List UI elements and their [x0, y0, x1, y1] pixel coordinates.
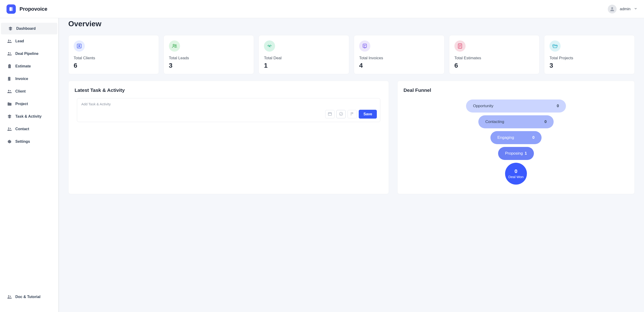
sidebar-item-label: Lead	[15, 39, 24, 43]
svg-point-4	[78, 45, 80, 46]
team-icon	[169, 41, 180, 52]
kpi-card-total-estimates[interactable]: Total Estimates6	[449, 35, 540, 74]
funnel-stage-label: Deal Won	[508, 175, 524, 179]
panel-title: Latest Task & Activity	[74, 87, 383, 93]
sidebar-item-estimate[interactable]: Estimate	[0, 61, 58, 72]
clipboard-icon	[7, 64, 12, 69]
funnel-stage-label: Contacting	[485, 120, 504, 124]
kpi-label: Total Clients	[74, 56, 154, 61]
sidebar-item-invoice[interactable]: Invoice	[0, 73, 58, 85]
sidebar-item-dashboard[interactable]: Dashboard	[1, 23, 58, 35]
kpi-value: 3	[169, 62, 249, 69]
sidebar-item-label: Task & Activity	[15, 114, 42, 119]
sidebar-item-label: Settings	[15, 140, 30, 144]
panel-tasks: Latest Task & Activity Add Task & Activi…	[68, 81, 389, 194]
kpi-value: 3	[550, 62, 629, 69]
sidebar-item-settings[interactable]: Settings	[0, 136, 58, 147]
main: Overview Total Clients6Total Leads3Total…	[59, 18, 644, 312]
sidebar: DashboardLeadDeal PipelineEstimateInvoic…	[0, 18, 59, 312]
svg-rect-1	[11, 7, 13, 11]
svg-rect-9	[328, 113, 332, 116]
kpi-card-total-projects[interactable]: Total Projects3	[544, 35, 635, 74]
sidebar-item-task-activity[interactable]: Task & Activity	[0, 111, 58, 122]
layers-icon	[8, 26, 13, 31]
sidebar-item-deal-pipeline[interactable]: Deal Pipeline	[0, 48, 58, 60]
kpi-card-total-deal[interactable]: Total Deal1	[258, 35, 349, 74]
due-date-button[interactable]	[325, 110, 334, 118]
sidebar-item-project[interactable]: Project	[0, 98, 58, 110]
nav-footer: Doc & Tutorial	[0, 291, 58, 307]
funnel-stage-contacting[interactable]: Contacting0	[478, 115, 554, 128]
invoice-icon	[7, 76, 12, 81]
layers-icon	[7, 114, 12, 119]
funnel-stage-value: 0	[557, 104, 559, 108]
funnel-stage-value: 1	[524, 151, 527, 156]
flag-icon	[350, 112, 354, 117]
username: admin	[620, 7, 630, 12]
sidebar-item-label: Deal Pipeline	[15, 52, 38, 56]
svg-point-6	[175, 45, 176, 46]
kpi-label: Total Invoices	[359, 56, 439, 61]
kpi-value: 1	[264, 62, 344, 69]
folder-open-icon	[550, 41, 560, 52]
save-button[interactable]: Save	[359, 110, 376, 119]
kpi-label: Total Deal	[264, 56, 344, 61]
kpi-label: Total Leads	[169, 56, 249, 61]
handshake-icon	[264, 41, 275, 52]
flag-button[interactable]	[348, 110, 357, 118]
avatar-icon	[608, 5, 616, 14]
funnel-chart: Opportunity0Contacting0Engaging0Proposin…	[403, 98, 629, 185]
sidebar-item-label: Dashboard	[16, 27, 36, 31]
kpi-value: 6	[74, 62, 154, 69]
document-icon	[454, 41, 466, 52]
chevron-down-icon	[634, 7, 638, 11]
sidebar-item-client[interactable]: Client	[0, 86, 58, 97]
task-actions: Save	[80, 110, 377, 119]
kpi-value: 6	[454, 62, 534, 69]
kpi-value: 4	[359, 62, 439, 69]
user-menu[interactable]: admin	[608, 5, 638, 14]
funnel-stage-value: 0	[532, 135, 534, 140]
sidebar-item-label: Invoice	[15, 77, 28, 81]
sidebar-item-contact[interactable]: Contact	[0, 123, 58, 135]
panels: Latest Task & Activity Add Task & Activi…	[68, 81, 635, 194]
page-title: Overview	[68, 20, 635, 28]
funnel-stage-label: Opportunity	[473, 104, 494, 108]
people-icon	[7, 89, 12, 94]
receipt-icon	[359, 41, 370, 52]
funnel-stage-value: 0	[514, 169, 518, 174]
funnel-stage-value: 0	[544, 120, 546, 124]
people-icon	[7, 126, 12, 132]
sidebar-item-label: Estimate	[15, 64, 31, 68]
contact-card-icon	[74, 41, 85, 52]
sidebar-item-lead[interactable]: Lead	[0, 35, 58, 47]
kpi-label: Total Projects	[550, 56, 629, 61]
people-icon	[7, 51, 12, 56]
funnel-stage-engaging[interactable]: Engaging0	[490, 131, 542, 144]
panel-funnel: Deal Funnel Opportunity0Contacting0Engag…	[397, 81, 635, 194]
kpi-card-total-leads[interactable]: Total Leads3	[164, 35, 254, 74]
brand-name: Propovoice	[20, 6, 48, 12]
task-input[interactable]: Add Task & Activity	[80, 102, 377, 110]
status-button[interactable]	[336, 110, 346, 118]
panel-title: Deal Funnel	[404, 87, 628, 93]
svg-rect-7	[363, 44, 366, 48]
people-icon	[7, 294, 12, 299]
nav-main: DashboardLeadDeal PipelineEstimateInvoic…	[0, 23, 58, 291]
app-header: Propovoice admin	[0, 0, 644, 18]
funnel-stage-proposing[interactable]: Proposing1	[498, 147, 534, 160]
sidebar-item-docs[interactable]: Doc & Tutorial	[0, 291, 58, 303]
sidebar-item-label: Contact	[15, 127, 29, 131]
funnel-stage-deal-won[interactable]: 0Deal Won	[505, 163, 527, 185]
svg-point-10	[340, 112, 343, 115]
funnel-stage-label: Engaging	[498, 135, 514, 140]
sidebar-item-label: Client	[15, 89, 26, 94]
funnel-stage-opportunity[interactable]: Opportunity0	[466, 100, 566, 113]
kpi-card-total-invoices[interactable]: Total Invoices4	[354, 35, 444, 74]
kpi-row: Total Clients6Total Leads3Total Deal1Tot…	[68, 35, 635, 74]
funnel-stage-label: Proposing	[505, 151, 523, 156]
sidebar-item-label: Project	[15, 102, 28, 106]
kpi-card-total-clients[interactable]: Total Clients6	[68, 35, 159, 74]
task-composer: Add Task & Activity	[77, 98, 380, 122]
folder-icon	[7, 101, 12, 107]
